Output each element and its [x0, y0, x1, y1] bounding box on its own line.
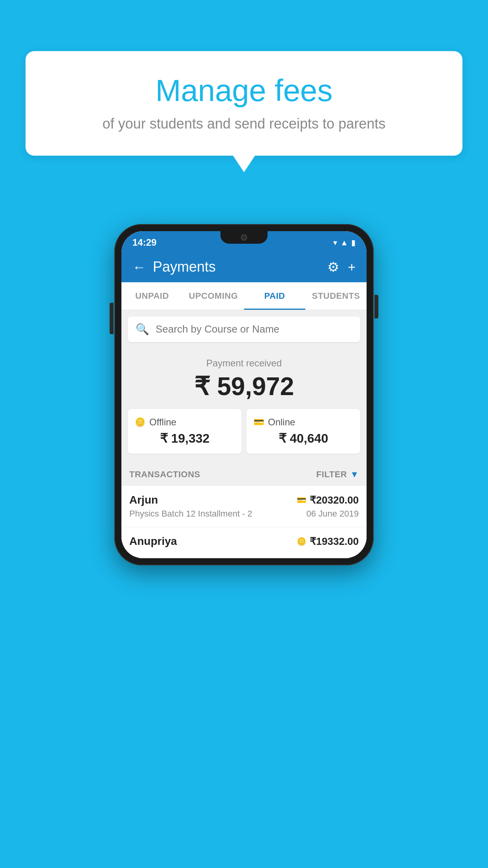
notch-camera	[241, 234, 247, 241]
transaction-top-1: Arjun 💳 ₹20320.00	[129, 494, 359, 506]
wifi-icon: ▾	[333, 238, 337, 247]
tabs-bar: UNPAID UPCOMING PAID STUDENTS	[121, 282, 367, 310]
online-payment-card: 💳 Online ₹ 40,640	[246, 409, 360, 454]
status-time: 14:29	[132, 237, 156, 248]
online-icon-1: 💳	[297, 495, 306, 505]
tab-students[interactable]: STUDENTS	[305, 282, 367, 310]
transactions-label: TRANSACTIONS	[129, 469, 200, 480]
transaction-bottom-1: Physics Batch 12 Installment - 2 06 June…	[129, 509, 359, 519]
phone-mockup: 14:29 ▾ ▲ ▮ ← Payments ⚙ +	[114, 224, 374, 565]
header-right: ⚙ +	[327, 259, 356, 275]
offline-payment-card: 🪙 Offline ₹ 19,332	[128, 409, 242, 454]
battery-icon: ▮	[351, 238, 356, 247]
transaction-row-2[interactable]: Anupriya 🪙 ₹19332.00	[121, 527, 367, 558]
transaction-amount-container-2: 🪙 ₹19332.00	[297, 535, 359, 548]
offline-icon-2: 🪙	[297, 537, 306, 546]
offline-label: Offline	[149, 417, 176, 428]
filter-label: FILTER	[316, 469, 347, 480]
payment-cards: 🪙 Offline ₹ 19,332 💳 Online ₹ 40,640	[128, 409, 360, 454]
phone-outer: 14:29 ▾ ▲ ▮ ← Payments ⚙ +	[114, 224, 374, 565]
online-label: Online	[268, 417, 295, 428]
offline-card-header: 🪙 Offline	[135, 417, 235, 428]
status-icons: ▾ ▲ ▮	[333, 238, 356, 247]
total-payment-amount: ₹ 59,972	[128, 372, 360, 401]
offline-amount: ₹ 19,332	[135, 431, 235, 446]
search-icon: 🔍	[136, 323, 149, 336]
signal-icon: ▲	[340, 238, 348, 247]
online-card-header: 💳 Online	[253, 417, 353, 428]
search-input[interactable]	[156, 323, 352, 335]
transaction-amount-1: ₹20320.00	[310, 494, 359, 506]
speech-bubble-container: Manage fees of your students and send re…	[26, 51, 462, 156]
settings-icon[interactable]: ⚙	[327, 259, 339, 275]
filter-icon: ▼	[350, 469, 359, 480]
phone-notch	[220, 231, 268, 244]
payment-received-label: Payment received	[128, 358, 360, 369]
add-icon[interactable]: +	[348, 259, 356, 275]
payment-summary: Payment received ₹ 59,972 🪙 Offline ₹ 19…	[121, 348, 367, 463]
speech-bubble-subtitle: of your students and send receipts to pa…	[49, 116, 439, 132]
transactions-header: TRANSACTIONS FILTER ▼	[121, 463, 367, 486]
speech-bubble-title: Manage fees	[49, 73, 439, 108]
tab-unpaid[interactable]: UNPAID	[121, 282, 183, 310]
transaction-top-2: Anupriya 🪙 ₹19332.00	[129, 535, 359, 548]
online-amount: ₹ 40,640	[253, 431, 353, 446]
offline-payment-icon: 🪙	[135, 417, 145, 427]
transaction-name-2: Anupriya	[129, 535, 177, 548]
transaction-date-1: 06 June 2019	[306, 509, 359, 519]
header-left: ← Payments	[132, 259, 216, 275]
speech-bubble: Manage fees of your students and send re…	[26, 51, 462, 156]
tab-upcoming[interactable]: UPCOMING	[183, 282, 244, 310]
transaction-course-1: Physics Batch 12 Installment - 2	[129, 509, 252, 519]
back-button[interactable]: ←	[132, 260, 146, 274]
app-header: ← Payments ⚙ +	[121, 252, 367, 282]
transaction-row[interactable]: Arjun 💳 ₹20320.00 Physics Batch 12 Insta…	[121, 486, 367, 527]
transaction-amount-2: ₹19332.00	[310, 535, 359, 548]
search-bar[interactable]: 🔍	[128, 316, 360, 342]
page-title: Payments	[153, 259, 216, 275]
tab-paid[interactable]: PAID	[244, 282, 305, 310]
phone-screen: 14:29 ▾ ▲ ▮ ← Payments ⚙ +	[121, 231, 367, 558]
transaction-amount-container-1: 💳 ₹20320.00	[297, 494, 359, 506]
transaction-name-1: Arjun	[129, 494, 158, 506]
online-payment-icon: 💳	[253, 417, 264, 427]
filter-container[interactable]: FILTER ▼	[316, 469, 359, 480]
